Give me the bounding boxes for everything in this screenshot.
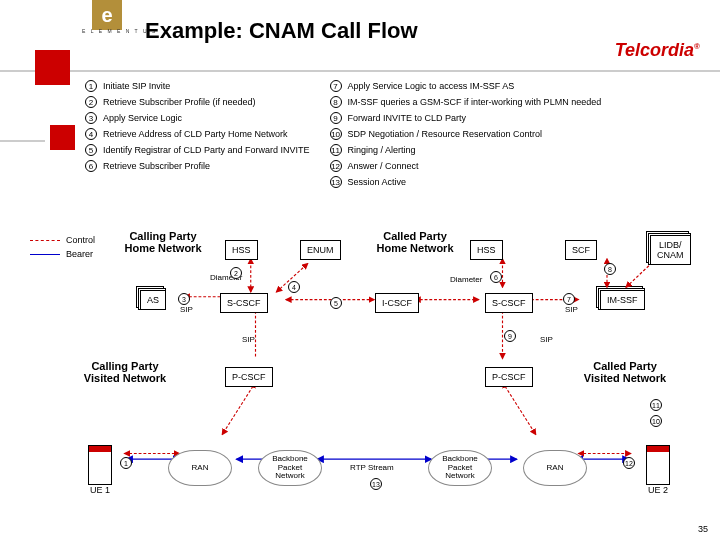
im-ssf-node: IM-SSF bbox=[600, 290, 645, 310]
i-cscf-node: I-CSCF bbox=[375, 293, 419, 313]
step-marker: 3 bbox=[178, 293, 190, 305]
sip-label: SIP bbox=[540, 335, 553, 344]
s-cscf-node: S-CSCF bbox=[220, 293, 268, 313]
step-text: Identify Registrar of CLD Party and Forw… bbox=[103, 145, 310, 155]
step-marker: 12 bbox=[623, 457, 635, 469]
step-item: 3Apply Service Logic bbox=[85, 112, 310, 124]
step-number-icon: 7 bbox=[330, 80, 342, 92]
divider bbox=[0, 70, 720, 72]
step-text: Ringing / Alerting bbox=[348, 145, 416, 155]
bearer-line-icon bbox=[30, 254, 60, 255]
step-number-icon: 9 bbox=[330, 112, 342, 124]
step-item: 4Retrieve Address of CLD Party Home Netw… bbox=[85, 128, 310, 140]
p-cscf-node: P-CSCF bbox=[225, 367, 273, 387]
steps-list: 1Initiate SIP Invite2Retrieve Subscriber… bbox=[85, 80, 601, 188]
diameter-label: Diameter bbox=[450, 275, 482, 284]
step-item: 1Initiate SIP Invite bbox=[85, 80, 310, 92]
step-text: Apply Service Logic bbox=[103, 113, 182, 123]
enum-node: ENUM bbox=[300, 240, 341, 260]
step-number-icon: 8 bbox=[330, 96, 342, 108]
divider bbox=[0, 140, 45, 142]
ue1-label: UE 1 bbox=[88, 485, 112, 495]
step-number-icon: 13 bbox=[330, 176, 342, 188]
step-item: 9Forward INVITE to CLD Party bbox=[330, 112, 602, 124]
sip-label: SIP bbox=[242, 335, 255, 344]
decor-square bbox=[35, 50, 70, 85]
step-text: Session Active bbox=[348, 177, 407, 187]
page-number: 35 bbox=[698, 524, 708, 534]
s-cscf-node: S-CSCF bbox=[485, 293, 533, 313]
calling-home-label: Calling PartyHome Network bbox=[118, 230, 208, 254]
lidb-node: LIDB/CNAM bbox=[650, 235, 691, 265]
ue1-icon bbox=[88, 445, 112, 485]
step-number-icon: 4 bbox=[85, 128, 97, 140]
step-marker: 1 bbox=[120, 457, 132, 469]
control-line-icon bbox=[30, 240, 60, 241]
step-marker: 9 bbox=[504, 330, 516, 342]
step-number-icon: 3 bbox=[85, 112, 97, 124]
step-text: Retrieve Subscriber Profile bbox=[103, 161, 210, 171]
rtp-label: RTP Stream bbox=[350, 463, 394, 472]
step-number-icon: 12 bbox=[330, 160, 342, 172]
step-number-icon: 6 bbox=[85, 160, 97, 172]
step-item: 8IM-SSF queries a GSM-SCF if inter-worki… bbox=[330, 96, 602, 108]
step-number-icon: 2 bbox=[85, 96, 97, 108]
step-item: 12Answer / Connect bbox=[330, 160, 602, 172]
legend-bearer: Bearer bbox=[66, 249, 93, 259]
legend-control: Control bbox=[66, 235, 95, 245]
step-marker: 5 bbox=[330, 297, 342, 309]
legend: Control Bearer bbox=[30, 235, 95, 263]
calling-visited-label: Calling PartyVisited Network bbox=[70, 360, 180, 384]
logo-icon: e bbox=[92, 0, 122, 30]
backbone-cloud: BackbonePacketNetwork bbox=[428, 450, 492, 486]
backbone-cloud: BackbonePacketNetwork bbox=[258, 450, 322, 486]
ran-cloud: RAN bbox=[523, 450, 587, 486]
step-marker: 2 bbox=[230, 267, 242, 279]
step-marker: 7 bbox=[563, 293, 575, 305]
step-marker: 4 bbox=[288, 281, 300, 293]
sip-label: SIP bbox=[180, 305, 193, 314]
svg-line-12 bbox=[503, 382, 536, 434]
step-marker: 10 bbox=[650, 415, 662, 427]
step-item: 10SDP Negotiation / Resource Reservation… bbox=[330, 128, 602, 140]
sip-label: SIP bbox=[565, 305, 578, 314]
p-cscf-node: P-CSCF bbox=[485, 367, 533, 387]
step-marker: 11 bbox=[650, 399, 662, 411]
step-text: Retrieve Subscriber Profile (if needed) bbox=[103, 97, 256, 107]
step-number-icon: 1 bbox=[85, 80, 97, 92]
call-flow-diagram: Control Bearer bbox=[10, 235, 710, 520]
called-home-label: Called PartyHome Network bbox=[370, 230, 460, 254]
as-node: AS bbox=[140, 290, 166, 310]
decor-square bbox=[50, 125, 75, 150]
brand-logo: Telcordia bbox=[615, 40, 700, 61]
hss-node: HSS bbox=[225, 240, 258, 260]
called-visited-label: Called PartyVisited Network bbox=[570, 360, 680, 384]
step-number-icon: 10 bbox=[330, 128, 342, 140]
step-text: Answer / Connect bbox=[348, 161, 419, 171]
step-text: SDP Negotiation / Resource Reservation C… bbox=[348, 129, 542, 139]
step-item: 2Retrieve Subscriber Profile (if needed) bbox=[85, 96, 310, 108]
hss-node: HSS bbox=[470, 240, 503, 260]
step-text: Forward INVITE to CLD Party bbox=[348, 113, 467, 123]
ue2-label: UE 2 bbox=[646, 485, 670, 495]
page-title: Example: CNAM Call Flow bbox=[145, 18, 418, 44]
step-item: 7Apply Service Logic to access IM-SSF AS bbox=[330, 80, 602, 92]
step-text: IM-SSF queries a GSM-SCF if inter-workin… bbox=[348, 97, 602, 107]
step-text: Retrieve Address of CLD Party Home Netwo… bbox=[103, 129, 288, 139]
ran-cloud: RAN bbox=[168, 450, 232, 486]
step-item: 5Identify Registrar of CLD Party and For… bbox=[85, 144, 310, 156]
step-item: 6Retrieve Subscriber Profile bbox=[85, 160, 310, 172]
step-item: 11Ringing / Alerting bbox=[330, 144, 602, 156]
svg-line-11 bbox=[222, 382, 255, 434]
step-text: Initiate SIP Invite bbox=[103, 81, 170, 91]
step-marker: 8 bbox=[604, 263, 616, 275]
step-marker: 13 bbox=[370, 478, 382, 490]
step-item: 13Session Active bbox=[330, 176, 602, 188]
step-text: Apply Service Logic to access IM-SSF AS bbox=[348, 81, 515, 91]
scf-node: SCF bbox=[565, 240, 597, 260]
ue2-icon bbox=[646, 445, 670, 485]
step-number-icon: 11 bbox=[330, 144, 342, 156]
step-number-icon: 5 bbox=[85, 144, 97, 156]
step-marker: 6 bbox=[490, 271, 502, 283]
